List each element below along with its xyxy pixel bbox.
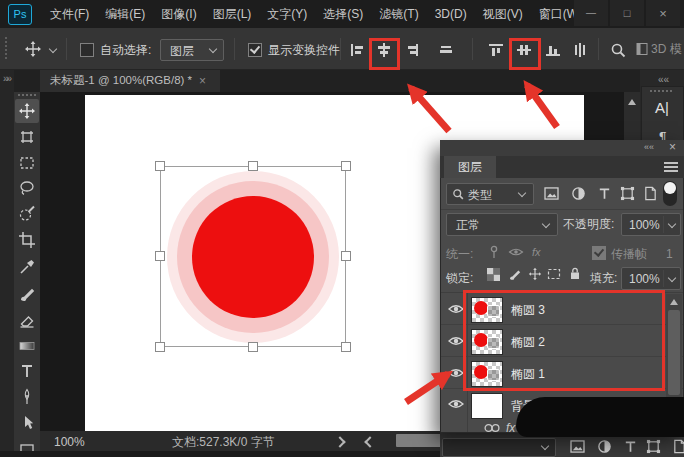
move-tool-option-icon[interactable]	[24, 40, 42, 58]
transform-handle[interactable]	[248, 161, 258, 171]
lock-all-icon[interactable]	[568, 266, 582, 281]
show-transform-checkbox[interactable]	[248, 43, 262, 57]
filter-shape-layers-icon[interactable]	[620, 186, 635, 201]
brush-tool-icon[interactable]	[18, 285, 36, 303]
menu-view[interactable]: 视图(V)	[475, 8, 531, 20]
docked-filter-dropdown[interactable]	[442, 438, 556, 457]
menu-image[interactable]: 图像(I)	[153, 8, 204, 20]
document-tab[interactable]: 未标题-1 @ 100%(RGB/8) * ×	[40, 70, 220, 92]
layer-style-fx-icon[interactable]: fx	[506, 422, 515, 434]
transform-handle[interactable]	[341, 251, 351, 261]
opacity-label: 不透明度:	[563, 218, 614, 230]
options-divider	[66, 38, 67, 60]
menu-edit[interactable]: 编辑(E)	[97, 8, 153, 20]
transform-handle[interactable]	[341, 342, 351, 352]
visibility-eye-icon[interactable]	[448, 398, 464, 410]
expand-panels-icon[interactable]: »»	[3, 74, 10, 84]
search-icon[interactable]	[610, 42, 626, 58]
propagate-checkbox[interactable]	[592, 246, 606, 260]
filter-adjustment-layers-icon[interactable]	[597, 439, 612, 454]
layers-scroll-thumb[interactable]	[668, 310, 680, 395]
eyedropper-tool-icon[interactable]	[18, 258, 36, 276]
transform-selection-box[interactable]	[160, 166, 346, 347]
character-panel-icon[interactable]: A|	[655, 100, 669, 115]
options-divider	[598, 38, 599, 60]
panel-close-icon[interactable]: ×	[669, 141, 676, 153]
filter-smart-objects-icon[interactable]	[672, 439, 684, 454]
panel-collapse-icon[interactable]: ««	[644, 143, 654, 152]
menu-select[interactable]: 选择(S)	[315, 8, 371, 20]
lock-artboard-icon[interactable]	[547, 267, 561, 281]
path-selection-tool-icon[interactable]	[18, 414, 36, 432]
lock-position-icon[interactable]	[528, 267, 542, 281]
transform-handle[interactable]	[341, 161, 351, 171]
menu-type[interactable]: 文字(Y)	[259, 8, 315, 20]
crop-tool-icon[interactable]	[18, 231, 36, 249]
menu-layer[interactable]: 图层(L)	[205, 8, 260, 20]
artboard-tool-icon[interactable]	[18, 128, 36, 146]
zoom-level[interactable]: 100%	[54, 436, 85, 448]
blend-mode-dropdown[interactable]: 正常	[446, 213, 558, 236]
align-right-edges-icon[interactable]	[404, 42, 420, 58]
transform-handle[interactable]	[155, 342, 165, 352]
propagate-label: 传播帧	[611, 248, 647, 260]
align-vertical-centers-icon[interactable]	[438, 42, 454, 58]
ps-logo: Ps	[8, 4, 32, 25]
gradient-tool-icon[interactable]	[18, 337, 36, 355]
filter-pixel-layers-icon[interactable]	[544, 187, 559, 200]
layer-thumbnail[interactable]	[471, 393, 503, 419]
filter-smart-objects-icon[interactable]	[643, 186, 658, 201]
menu-filter[interactable]: 滤镜(T)	[371, 8, 426, 20]
filter-toggle-knob	[664, 182, 676, 194]
tool-move-selected[interactable]	[15, 99, 39, 123]
tab-close-icon[interactable]: ×	[199, 75, 206, 87]
marquee-tool-icon[interactable]	[18, 154, 36, 172]
pen-tool-icon[interactable]	[18, 388, 36, 406]
menu-3d[interactable]: 3D(D)	[427, 8, 475, 20]
visibility-eye-icon[interactable]	[448, 335, 464, 347]
panel-menu-icon[interactable]	[664, 162, 678, 164]
filter-pixel-layers-icon[interactable]	[570, 440, 585, 453]
opacity-field[interactable]: 100%	[621, 213, 681, 236]
unify-position-icon[interactable]	[487, 245, 501, 260]
unify-visibility-icon[interactable]	[508, 246, 524, 259]
annotation-box-align-center	[369, 38, 400, 70]
fill-field[interactable]: 100%	[621, 267, 681, 290]
link-layers-icon[interactable]	[483, 423, 501, 433]
transform-handle[interactable]	[248, 342, 258, 352]
type-tool-icon[interactable]	[18, 362, 36, 380]
visibility-eye-icon[interactable]	[448, 367, 464, 379]
minimize-button[interactable]: —	[574, 0, 608, 26]
blend-mode-value: 正常	[456, 219, 480, 231]
layers-scroll-up-icon[interactable]	[670, 299, 678, 305]
workspace-switcher[interactable]: 3D 模	[636, 42, 682, 56]
align-left-edges-icon[interactable]	[349, 42, 365, 58]
layer-filter-dropdown[interactable]: 类型	[446, 183, 534, 205]
unify-style-icon[interactable]: fx	[532, 247, 541, 258]
distribute-vertical-centers-icon[interactable]	[572, 42, 588, 58]
quick-selection-tool-icon[interactable]	[18, 205, 36, 223]
visibility-eye-icon[interactable]	[448, 303, 464, 315]
filter-shape-layers-icon[interactable]	[646, 439, 661, 454]
transform-handle[interactable]	[155, 161, 165, 171]
menu-file[interactable]: 文件(F)	[42, 8, 97, 20]
eraser-tool-icon[interactable]	[18, 311, 36, 329]
align-top-edges-icon[interactable]	[488, 42, 504, 58]
filter-type-layers-icon[interactable]	[623, 439, 638, 454]
transform-handle[interactable]	[155, 251, 165, 261]
align-bottom-edges-icon[interactable]	[545, 42, 561, 58]
lock-paint-icon[interactable]	[508, 267, 522, 281]
filter-toggle[interactable]	[663, 181, 677, 206]
lock-transparent-icon[interactable]	[487, 268, 500, 281]
scroll-up-icon[interactable]	[628, 99, 636, 105]
layers-tab[interactable]: 图层	[444, 156, 496, 178]
filter-adjustment-layers-icon[interactable]	[571, 186, 586, 201]
dock-collapse-icon[interactable]: ««	[658, 75, 669, 85]
filter-type-layers-icon[interactable]	[597, 186, 612, 201]
maximize-button[interactable]: □	[610, 0, 644, 26]
auto-select-checkbox[interactable]	[80, 43, 94, 57]
auto-select-dropdown[interactable]: 图层	[160, 39, 224, 61]
lasso-tool-icon[interactable]	[18, 179, 36, 197]
close-button[interactable]: ×	[646, 0, 680, 26]
annotation-box-distribute	[509, 38, 541, 70]
